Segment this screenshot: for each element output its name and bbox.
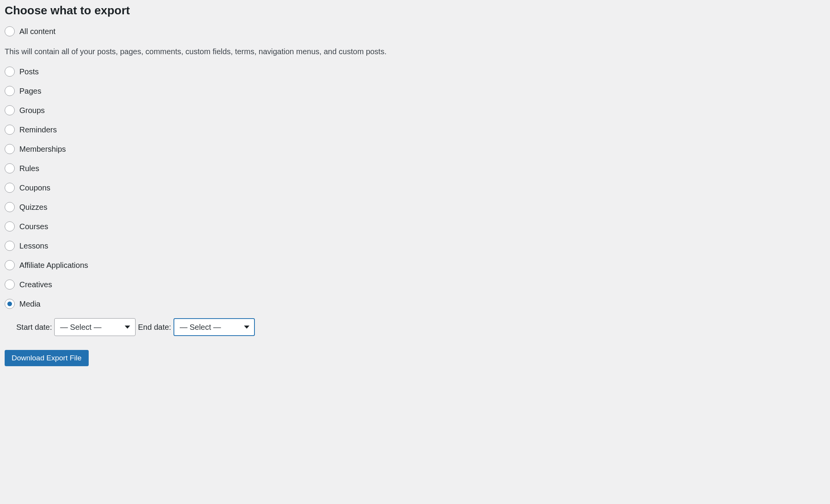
radio-all-content[interactable] (5, 26, 15, 36)
date-filter-row: Start date: — Select — End date: — Selec… (16, 318, 825, 336)
radio-memberships[interactable] (5, 144, 15, 154)
start-date-select[interactable]: — Select — (54, 318, 136, 336)
label-pages[interactable]: Pages (19, 87, 41, 96)
export-heading: Choose what to export (5, 4, 825, 17)
start-date-label: Start date: (16, 323, 52, 332)
label-creatives[interactable]: Creatives (19, 280, 52, 289)
label-coupons[interactable]: Coupons (19, 183, 50, 192)
end-date-select[interactable]: — Select — (174, 318, 255, 336)
radio-posts[interactable] (5, 67, 15, 77)
radio-pages[interactable] (5, 86, 15, 96)
radio-groups[interactable] (5, 105, 15, 115)
label-courses[interactable]: Courses (19, 222, 48, 231)
label-affiliate-applications[interactable]: Affiliate Applications (19, 261, 88, 270)
all-content-description: This will contain all of your posts, pag… (5, 46, 825, 57)
radio-reminders[interactable] (5, 125, 15, 135)
label-groups[interactable]: Groups (19, 106, 45, 115)
radio-affiliate-applications[interactable] (5, 260, 15, 270)
radio-rules[interactable] (5, 163, 15, 173)
radio-media[interactable] (5, 299, 15, 309)
radio-lessons[interactable] (5, 241, 15, 251)
label-quizzes[interactable]: Quizzes (19, 203, 47, 212)
label-all-content[interactable]: All content (19, 27, 55, 36)
download-export-button[interactable]: Download Export File (5, 350, 89, 366)
end-date-label: End date: (138, 323, 171, 332)
radio-creatives[interactable] (5, 279, 15, 290)
radio-coupons[interactable] (5, 183, 15, 193)
label-posts[interactable]: Posts (19, 67, 39, 76)
label-lessons[interactable]: Lessons (19, 242, 48, 250)
label-media[interactable]: Media (19, 300, 40, 309)
radio-quizzes[interactable] (5, 202, 15, 212)
label-memberships[interactable]: Memberships (19, 145, 66, 154)
label-rules[interactable]: Rules (19, 164, 39, 173)
radio-courses[interactable] (5, 221, 15, 231)
label-reminders[interactable]: Reminders (19, 125, 57, 134)
